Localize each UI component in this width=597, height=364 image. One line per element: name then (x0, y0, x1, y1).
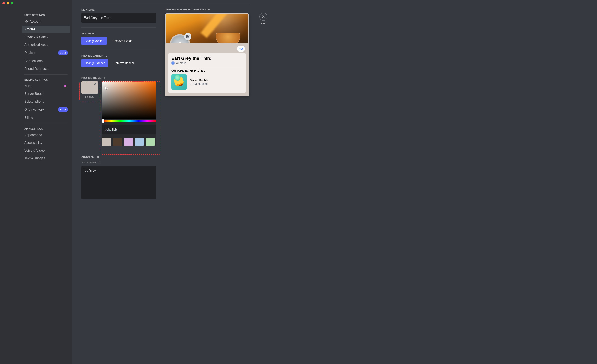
sidebar-item-label: Devices (24, 51, 36, 55)
nitro-icon (64, 85, 68, 87)
svg-point-4 (97, 156, 99, 158)
divider (81, 151, 156, 151)
hue-cursor[interactable] (102, 119, 104, 123)
preview-username-row: wumpus (171, 62, 243, 65)
preview-body: Earl Grey the Third wumpus CUSTOMIZING M… (168, 53, 246, 93)
sidebar-item-label: Friend Requests (24, 67, 48, 71)
preset-swatch[interactable] (102, 138, 111, 146)
bot-icon (171, 62, 175, 65)
banner-label: PROFILE BANNER (81, 54, 156, 57)
preview-display-name: Earl Grey the Third (171, 56, 243, 61)
banner-section: PROFILE BANNER Change Banner Remove Bann… (81, 54, 156, 72)
beta-badge: BETA (58, 107, 68, 112)
nitro-icon (102, 77, 106, 79)
settings-sidebar: USER SETTINGS My Account Profiles Privac… (0, 0, 72, 364)
preview-username: wumpus (176, 62, 187, 65)
sidebar-item-voice-video[interactable]: Voice & Video (22, 147, 70, 154)
sidebar-item-appearance[interactable]: Appearance (22, 132, 70, 139)
nitro-badge-chip (237, 46, 245, 52)
window-zoom-dot[interactable] (11, 2, 13, 4)
sidebar-item-label: Server Boost (24, 92, 43, 96)
customizing-label: CUSTOMIZING MY PROFILE (171, 69, 243, 72)
primary-theme-swatch[interactable] (81, 81, 98, 93)
sidebar-header-app-settings: APP SETTINGS (22, 126, 70, 131)
preview-region: PREVIEW FOR THE HYDRATION CLUB (165, 8, 260, 96)
preset-swatch[interactable] (124, 138, 133, 146)
close-button[interactable] (259, 13, 267, 21)
saturation-value-area[interactable] (102, 81, 156, 119)
remove-avatar-button[interactable]: Remove Avatar (109, 37, 135, 45)
beta-badge: BETA (58, 50, 68, 55)
sidebar-item-friend-requests[interactable]: Friend Requests (22, 65, 70, 72)
profile-preview-card: Earl Grey the Third wumpus CUSTOMIZING M… (165, 13, 249, 96)
activity-line1: Server Profile (190, 78, 208, 82)
preset-swatch[interactable] (113, 138, 122, 146)
avatar-label-text: AVATAR (81, 32, 91, 35)
nitro-icon (96, 156, 99, 158)
preset-swatch-row (102, 136, 156, 146)
sidebar-item-label: Gift Inventory (24, 108, 44, 112)
color-picker-popover (102, 81, 156, 146)
sidebar-item-label: Authorized Apps (24, 43, 48, 47)
nickname-label: NICKNAME (81, 8, 156, 11)
sidebar-item-billing[interactable]: Billing (22, 114, 70, 122)
banner-label-text: PROFILE BANNER (81, 54, 103, 57)
sidebar-header-billing-settings: BILLING SETTINGS (22, 77, 70, 82)
about-me-section: ABOUT ME You can use m It's Grey. (81, 156, 156, 204)
hue-slider[interactable] (102, 120, 156, 122)
preview-header: PREVIEW FOR THE HYDRATION CLUB (165, 8, 260, 11)
preset-swatch[interactable] (135, 138, 144, 146)
sidebar-item-nitro[interactable]: Nitro (22, 82, 70, 90)
sidebar-item-label: Privacy & Safety (24, 35, 48, 39)
preset-swatch[interactable] (146, 138, 155, 146)
about-me-textarea[interactable]: It's Grey. (81, 166, 156, 199)
window-minimize-dot[interactable] (7, 2, 9, 4)
banner-art (216, 33, 240, 43)
about-me-label: ABOUT ME (81, 156, 156, 158)
close-esc-group: ESC (259, 13, 267, 25)
sidebar-item-label: Subscriptions (24, 100, 44, 104)
activity-row: Server Profile 01:33 elapsed (171, 74, 243, 90)
sidebar-item-text-images[interactable]: Text & Images (22, 155, 70, 162)
sidebar-item-label: My Account (24, 20, 41, 23)
remove-banner-button[interactable]: Remove Banner (110, 59, 137, 67)
change-banner-button[interactable]: Change Banner (81, 59, 108, 67)
sidebar-item-subscriptions[interactable]: Subscriptions (22, 98, 70, 105)
divider (81, 4, 250, 4)
sidebar-item-connections[interactable]: Connections (22, 57, 70, 65)
sidebar-item-label: Nitro (24, 84, 31, 88)
avatar-section: AVATAR Change Avatar Remove Avatar (81, 32, 156, 50)
sidebar-item-label: Text & Images (24, 156, 45, 160)
sidebar-item-profiles[interactable]: Profiles (22, 26, 70, 33)
window-close-dot[interactable] (2, 2, 5, 4)
sidebar-item-label: Profiles (24, 27, 35, 31)
sidebar-item-devices[interactable]: Devices BETA (22, 49, 70, 57)
nitro-icon (104, 54, 108, 57)
sidebar-item-authorized-apps[interactable]: Authorized Apps (22, 41, 70, 48)
about-me-label-text: ABOUT ME (81, 156, 94, 158)
activity-icon (171, 74, 187, 90)
svg-point-0 (66, 85, 67, 87)
nickname-input[interactable] (81, 13, 156, 23)
window-traffic-lights[interactable] (2, 2, 13, 4)
upload-image-button[interactable] (184, 33, 191, 40)
sidebar-item-server-boost[interactable]: Server Boost (22, 90, 70, 97)
sidebar-item-privacy-safety[interactable]: Privacy & Safety (22, 33, 70, 41)
sidebar-item-gift-inventory[interactable]: Gift Inventory BETA (22, 106, 70, 114)
theme-label-text: PROFILE THEME (81, 77, 101, 79)
sidebar-item-accessibility[interactable]: Accessibility (22, 139, 70, 147)
sidebar-item-my-account[interactable]: My Account (22, 18, 70, 25)
divider (81, 50, 156, 50)
sidebar-header-user-settings: USER SETTINGS (22, 12, 70, 17)
theme-label: PROFILE THEME (81, 77, 156, 79)
hex-input[interactable] (102, 125, 156, 134)
sidebar-item-label: Appearance (24, 133, 42, 137)
svg-point-3 (104, 77, 105, 79)
about-me-value: It's Grey. (84, 169, 96, 172)
change-avatar-button[interactable]: Change Avatar (81, 37, 107, 45)
sidebar-item-label: Connections (24, 59, 43, 63)
svg-point-6 (241, 48, 243, 50)
sidebar-separator (24, 124, 68, 124)
sv-cursor[interactable] (105, 87, 108, 89)
sidebar-separator (24, 74, 68, 75)
